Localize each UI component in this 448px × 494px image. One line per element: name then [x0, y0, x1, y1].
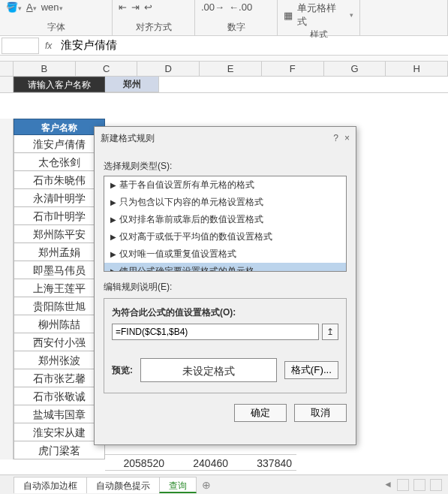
- add-sheet-icon[interactable]: ⊕: [202, 479, 211, 491]
- col-header[interactable]: C: [76, 62, 138, 76]
- ribbon-group-font: 🪣▾ A▾ wen▾ 字体: [0, 0, 113, 35]
- ribbon-group-number: .00→ ←.00 数字: [195, 0, 278, 35]
- font-color-icon[interactable]: A▾: [26, 2, 37, 13]
- table-row[interactable]: 石市张艺馨: [14, 369, 105, 387]
- table-row[interactable]: 石市叶明学: [14, 207, 105, 225]
- num-cell[interactable]: 240460: [169, 455, 233, 470]
- table-row[interactable]: 西安付小强: [14, 333, 105, 351]
- bottom-numbers: 2058520 240460 337840: [105, 454, 296, 471]
- decimal-decrease-icon[interactable]: ←.00: [229, 2, 252, 13]
- triangle-icon: ▶: [110, 250, 116, 258]
- fill-color-icon[interactable]: 🪣▾: [6, 2, 22, 13]
- rule-item[interactable]: ▶仅对排名靠前或靠后的数值设置格式: [104, 211, 346, 228]
- new-format-rule-dialog: 新建格式规则 ? × 选择规则类型(S): ▶基于各自值设置所有单元格的格式 ▶…: [94, 126, 356, 445]
- formula-group: 为符合此公式的值设置格式(O): ↥ 预览: 未设定格式 格式(F)...: [104, 298, 347, 393]
- range-selector-button[interactable]: ↥: [322, 324, 338, 340]
- table-row[interactable]: 永清叶明学: [14, 189, 105, 207]
- prompt-value-cell[interactable]: 郑州: [105, 77, 159, 92]
- cell-style-label[interactable]: 单元格样式: [297, 2, 345, 29]
- triangle-icon: ▶: [110, 198, 116, 206]
- close-icon[interactable]: ×: [344, 133, 350, 143]
- wrap-text-icon[interactable]: ↩: [144, 2, 152, 13]
- formula-bar: fx: [0, 36, 448, 56]
- col-header[interactable]: D: [137, 62, 200, 76]
- dialog-titlebar[interactable]: 新建格式规则 ? ×: [95, 127, 356, 149]
- triangle-icon: ▶: [110, 181, 116, 189]
- view-pagelayout-icon[interactable]: [430, 479, 442, 491]
- table-row[interactable]: 贵阳陈世旭: [14, 297, 105, 315]
- cancel-button[interactable]: 取消: [294, 404, 347, 422]
- ribbon-font-label: 字体: [6, 21, 106, 34]
- table-row[interactable]: 郑州陈平安: [14, 225, 105, 243]
- table-header: 客户名称: [14, 119, 105, 135]
- table-row[interactable]: 即墨马伟员: [14, 261, 105, 279]
- decimal-increase-icon[interactable]: .00→: [201, 2, 224, 13]
- rule-item[interactable]: ▶只为包含以下内容的单元格设置格式: [104, 194, 346, 211]
- rule-item[interactable]: ▶仅对唯一值或重复值设置格式: [104, 245, 346, 263]
- ribbon-number-label: 数字: [201, 21, 271, 34]
- ribbon-group-style: ▦ 单元格样式▾ 样式: [278, 0, 360, 35]
- table-row[interactable]: 淮安卢倩倩: [14, 135, 105, 153]
- prompt-row: 请输入客户名称 郑州: [0, 77, 448, 93]
- sheet-tab[interactable]: 自动颜色提示: [86, 477, 160, 493]
- sheet-tab-active[interactable]: 查询: [159, 477, 197, 493]
- table-row[interactable]: 石市朱晓伟: [14, 171, 105, 189]
- table-row[interactable]: 上海王莲平: [14, 279, 105, 297]
- rule-type-list[interactable]: ▶基于各自值设置所有单元格的格式 ▶只为包含以下内容的单元格设置格式 ▶仅对排名…: [104, 176, 347, 272]
- num-cell[interactable]: 337840: [233, 455, 296, 470]
- table-row[interactable]: 盐城韦国章: [14, 405, 105, 423]
- sheet-spacer: [0, 56, 448, 62]
- ribbon-align-label: 对齐方式: [119, 21, 188, 34]
- ribbon-group-extra: [360, 0, 448, 35]
- ribbon: 🪣▾ A▾ wen▾ 字体 ⇤ ⇥ ↩ 对齐方式 .00→ ←.00 数字 ▦ …: [0, 0, 448, 36]
- preview-box: 未设定格式: [140, 358, 277, 382]
- formula-field[interactable]: [112, 324, 319, 340]
- formula-input[interactable]: [58, 38, 448, 54]
- indent-decrease-icon[interactable]: ⇤: [119, 2, 127, 13]
- ribbon-group-align: ⇤ ⇥ ↩ 对齐方式: [113, 0, 195, 35]
- prompt-label-cell: 请输入客户名称: [14, 77, 105, 92]
- table-row[interactable]: 柳州陈喆: [14, 315, 105, 333]
- indent-increase-icon[interactable]: ⇥: [131, 2, 140, 13]
- col-header[interactable]: B: [14, 62, 76, 76]
- triangle-icon: ▶: [110, 267, 116, 272]
- col-header[interactable]: E: [200, 62, 262, 76]
- col-header[interactable]: G: [324, 62, 386, 76]
- table-row[interactable]: 石市张敬诚: [14, 387, 105, 405]
- name-box[interactable]: [2, 38, 39, 54]
- col-header[interactable]: H: [386, 62, 448, 76]
- table-row[interactable]: 郑州孟娟: [14, 243, 105, 261]
- format-button[interactable]: 格式(F)...: [284, 361, 338, 379]
- rule-item-selected[interactable]: ▶使用公式确定要设置格式的单元格: [104, 263, 346, 272]
- num-cell[interactable]: 2058520: [105, 455, 169, 470]
- ok-button[interactable]: 确定: [234, 404, 287, 422]
- table-row[interactable]: 虎门梁茗: [14, 441, 105, 459]
- rule-item[interactable]: ▶基于各自值设置所有单元格的格式: [104, 176, 346, 194]
- nav-left-icon[interactable]: ◄: [383, 479, 392, 491]
- edit-rule-desc-label: 编辑规则说明(E):: [104, 281, 347, 294]
- triangle-icon: ▶: [110, 215, 116, 224]
- wen-icon[interactable]: wen▾: [41, 2, 63, 13]
- table-row[interactable]: 太仓张剑: [14, 153, 105, 171]
- view-pagebreak-icon[interactable]: [413, 479, 425, 491]
- col-header[interactable]: F: [262, 62, 324, 76]
- dialog-title: 新建格式规则: [101, 132, 155, 145]
- rule-item[interactable]: ▶仅对高于或低于平均值的数值设置格式: [104, 228, 346, 245]
- triangle-icon: ▶: [110, 233, 116, 241]
- sheet-tabs: 自动添加边框 自动颜色提示 查询 ⊕ ◄: [0, 474, 448, 494]
- help-icon[interactable]: ?: [333, 133, 338, 143]
- column-headers: B C D E F G H: [0, 62, 448, 77]
- sheet-tab[interactable]: 自动添加边框: [14, 477, 87, 493]
- fx-icon[interactable]: fx: [45, 41, 52, 51]
- formula-group-label: 为符合此公式的值设置格式(O):: [112, 306, 338, 319]
- table-row[interactable]: 郑州张波: [14, 351, 105, 369]
- view-normal-icon[interactable]: [397, 479, 409, 491]
- cell-style-icon[interactable]: ▦: [284, 10, 293, 21]
- preview-label: 预览:: [112, 364, 133, 377]
- table-row[interactable]: 淮安宋从建: [14, 423, 105, 441]
- select-rule-type-label: 选择规则类型(S):: [104, 160, 347, 173]
